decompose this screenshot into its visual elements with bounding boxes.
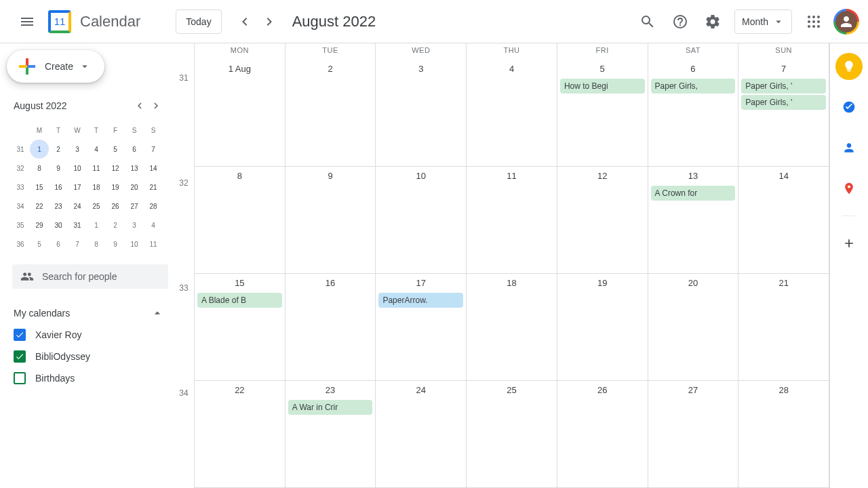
tasks-button[interactable] [835,94,863,121]
day-cell[interactable]: 2 [285,60,376,166]
mini-day[interactable]: 26 [106,197,125,216]
event-chip[interactable]: PaperArrow. [378,293,463,308]
event-chip[interactable]: A Blade of B [197,293,282,308]
event-chip[interactable]: Paper Girls, ' [741,95,826,110]
day-cell[interactable]: 22 [195,381,285,487]
day-cell[interactable]: 21 [738,274,829,380]
mini-day[interactable]: 9 [49,159,68,178]
mini-day[interactable]: 9 [106,235,125,253]
mini-day[interactable]: 20 [125,178,144,197]
mini-day[interactable]: 18 [87,178,106,197]
day-cell[interactable]: 14 [738,167,829,273]
mini-day[interactable]: 8 [30,159,49,178]
mini-day[interactable]: 2 [106,216,125,235]
day-cell[interactable]: 23A War in Crir [285,381,376,487]
day-cell[interactable]: 4 [467,60,557,166]
mini-day[interactable]: 1 [30,140,49,159]
day-cell[interactable]: 28 [738,381,829,487]
mini-day[interactable]: 15 [30,178,49,197]
contacts-button[interactable] [835,134,863,161]
day-cell[interactable]: 12 [557,167,648,273]
mini-day[interactable]: 19 [106,178,125,197]
day-cell[interactable]: 15A Blade of B [195,274,285,380]
mini-day[interactable]: 31 [68,216,87,235]
day-cell[interactable]: 5How to Begi [557,60,648,166]
event-chip[interactable]: Paper Girls, [651,79,736,94]
google-apps-button[interactable] [797,5,830,38]
day-cell[interactable]: 20 [648,274,739,380]
mini-day[interactable]: 24 [68,197,87,216]
mini-day[interactable]: 4 [144,216,163,235]
day-cell[interactable]: 17PaperArrow. [376,274,467,380]
event-chip[interactable]: Paper Girls, ' [741,79,826,94]
mini-day[interactable]: 21 [144,178,163,197]
maps-button[interactable] [835,175,863,202]
search-button[interactable] [631,5,664,38]
day-cell[interactable]: 6Paper Girls, [648,60,739,166]
day-cell[interactable]: 13A Crown for [648,167,739,273]
mini-day[interactable]: 6 [49,235,68,253]
mini-day[interactable]: 17 [68,178,87,197]
calendar-item[interactable]: Birthdays [14,367,164,389]
next-period-button[interactable] [258,11,280,33]
day-cell[interactable]: 3 [376,60,467,166]
keep-button[interactable] [835,53,863,80]
day-cell[interactable]: 9 [285,167,376,273]
search-people-input[interactable]: Search for people [12,264,168,289]
mini-day[interactable]: 5 [106,140,125,159]
main-menu-button[interactable] [11,5,43,38]
day-cell[interactable]: 24 [376,381,467,487]
mini-day[interactable]: 4 [87,140,106,159]
mini-day[interactable]: 11 [144,235,163,253]
day-cell[interactable]: 25 [467,381,557,487]
help-button[interactable] [664,5,696,38]
calendar-item[interactable]: Xavier Roy [14,324,164,346]
mini-day[interactable]: 3 [125,216,144,235]
mini-day[interactable]: 7 [68,235,87,253]
mini-prev-button[interactable] [132,98,148,114]
addons-button[interactable] [835,230,863,257]
account-avatar[interactable] [835,11,857,33]
mini-day[interactable]: 6 [125,140,144,159]
mini-day[interactable]: 22 [30,197,49,216]
day-cell[interactable]: 7Paper Girls, 'Paper Girls, ' [738,60,829,166]
mini-day[interactable]: 12 [106,159,125,178]
day-cell[interactable]: 16 [285,274,376,380]
calendar-item[interactable]: BibliOdyssey [14,346,164,367]
mini-day[interactable]: 8 [87,235,106,253]
mini-day[interactable]: 2 [49,140,68,159]
day-cell[interactable]: 1 Aug [195,60,285,166]
mini-day[interactable]: 28 [144,197,163,216]
app-logo[interactable]: 11 Calendar [46,8,140,35]
today-button[interactable]: Today [176,9,221,34]
mini-day[interactable]: 13 [125,159,144,178]
mini-day[interactable]: 27 [125,197,144,216]
create-button[interactable]: Create [7,50,104,83]
day-cell[interactable]: 19 [557,274,648,380]
mini-day[interactable]: 25 [87,197,106,216]
mini-day[interactable]: 10 [125,235,144,253]
mini-day[interactable]: 3 [68,140,87,159]
mini-day[interactable]: 5 [30,235,49,253]
mini-day[interactable]: 29 [30,216,49,235]
event-chip[interactable]: How to Begi [560,79,645,94]
mini-day[interactable]: 10 [68,159,87,178]
day-cell[interactable]: 27 [648,381,739,487]
day-cell[interactable]: 11 [467,167,557,273]
day-cell[interactable]: 10 [376,167,467,273]
day-cell[interactable]: 18 [467,274,557,380]
mini-next-button[interactable] [148,98,164,114]
mini-day[interactable]: 1 [87,216,106,235]
event-chip[interactable]: A Crown for [651,186,736,201]
day-cell[interactable]: 8 [195,167,285,273]
mini-day[interactable]: 16 [49,178,68,197]
mini-day[interactable]: 30 [49,216,68,235]
mini-day[interactable]: 14 [144,159,163,178]
day-cell[interactable]: 26 [557,381,648,487]
mini-day[interactable]: 11 [87,159,106,178]
settings-button[interactable] [696,5,729,38]
prev-period-button[interactable] [234,11,256,33]
my-calendars-header[interactable]: My calendars [14,302,164,324]
mini-day[interactable]: 23 [49,197,68,216]
event-chip[interactable]: A War in Crir [288,400,373,415]
